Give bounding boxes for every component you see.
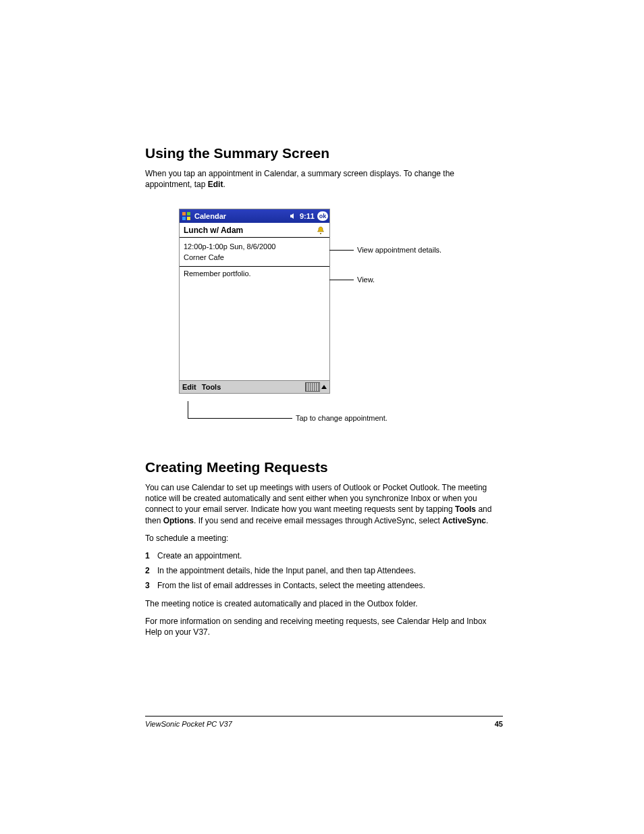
step-number: 2 [145,565,157,576]
text: From the list of email addresses in Cont… [157,581,425,590]
svg-rect-5 [320,233,321,234]
step-text: Create an appointment. [157,550,503,561]
sip-keyboard-icon[interactable] [305,382,320,392]
section-creating-meeting-requests: Creating Meeting Requests You can use Ca… [145,459,503,644]
title-bar: Calendar 9:11 ok [180,209,329,223]
reminder-bell-icon[interactable] [316,226,325,235]
svg-rect-1 [187,212,190,215]
callout-view-details: View appointment details. [357,246,441,254]
svg-rect-0 [182,212,186,215]
step-text: In the appointment details, hide the Inp… [157,565,503,576]
callout-view: View. [357,276,375,284]
titlebar-appname: Calendar [194,212,226,220]
footer-rule [145,716,503,716]
svg-marker-4 [290,213,294,219]
text: You can use Calendar to set up meetings … [145,483,487,514]
text: In the appointment details, hide the Inp… [157,566,377,575]
text: Create an appointment. [157,551,242,561]
section-using-summary: Using the Summary Screen When you tap an… [145,145,503,454]
callout-tap-change: Tap to change appointment. [296,414,387,422]
ok-button[interactable]: ok [317,211,328,221]
leader-line [188,418,292,419]
step-2: 2 In the appointment details, hide the I… [145,565,503,576]
svg-rect-3 [187,217,190,220]
bold-tools: Tools [455,504,476,514]
bold-edit: Edit [208,180,223,189]
sip-menu-arrow-icon[interactable] [321,385,327,389]
details-location: Corner Cafe [184,253,325,263]
heading-meeting-requests: Creating Meeting Requests [145,459,503,475]
manual-page: Using the Summary Screen When you tap an… [0,0,644,834]
notes-text: Remember portfolio. [184,269,251,278]
text: When you tap an appointment in Calendar,… [145,169,454,189]
menu-edit[interactable]: Edit [182,383,196,391]
footer-page-number: 45 [495,720,503,728]
titlebar-time: 9:11 [300,212,315,220]
appointment-details: 12:00p-1:00p Sun, 8/6/2000 Corner Cafe [180,238,329,267]
text-bold: Attendees [377,566,414,575]
command-bar: Edit Tools [180,380,329,393]
leader-line [188,401,188,418]
bold-activesync: ActiveSync [442,516,486,525]
step-1: 1 Create an appointment. [145,550,503,561]
text: . [223,180,225,189]
step-3: 3 From the list of email addresses in Co… [145,580,503,591]
para-summary-intro: When you tap an appointment in Calendar,… [145,168,503,190]
speaker-icon[interactable] [289,213,297,219]
details-datetime: 12:00p-1:00p Sun, 8/6/2000 [184,242,325,253]
text: . [486,516,488,525]
para-meeting-intro: You can use Calendar to set up meetings … [145,482,503,526]
menu-tools[interactable]: Tools [202,383,221,391]
svg-rect-2 [182,217,186,220]
bold-options: Options [163,516,194,525]
appointment-header: Lunch w/ Adam [180,223,329,238]
step-number: 1 [145,550,157,561]
para-schedule-lead: To schedule a meeting: [145,533,503,544]
leader-line [329,250,354,251]
para-outbox: The meeting notice is created automatica… [145,598,503,609]
heading-using-summary: Using the Summary Screen [145,145,503,161]
pocketpc-device: Calendar 9:11 ok Lunch w/ Adam 12:00p-1:… [179,209,330,394]
para-more-info: For more information on sending and rece… [145,616,503,637]
figure-summary-screen: Calendar 9:11 ok Lunch w/ Adam 12:00p-1:… [145,209,503,438]
appointment-notes: Remember portfolio. [180,267,329,380]
text: . If you send and receive email messages… [194,516,442,525]
step-text: From the list of email addresses in Cont… [157,580,503,591]
steps-list: 1 Create an appointment. 2 In the appoin… [145,550,503,592]
text: . [414,566,416,575]
page-footer: ViewSonic Pocket PC V37 45 [145,720,503,728]
leader-line [329,280,354,280]
step-number: 3 [145,580,157,591]
footer-product: ViewSonic Pocket PC V37 [145,720,495,728]
appointment-title: Lunch w/ Adam [184,226,316,235]
start-icon[interactable] [181,211,192,221]
